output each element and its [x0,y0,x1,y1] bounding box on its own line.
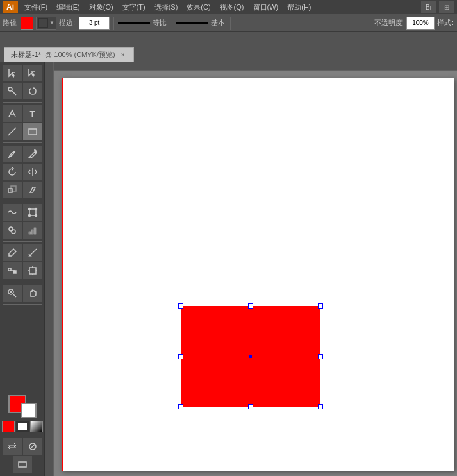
toolbar-divider-3 [230,17,231,30]
rect-tool[interactable] [23,123,42,140]
path-label: 路径 [3,18,17,28]
svg-rect-16 [29,232,31,234]
line-tool[interactable] [3,123,22,140]
menu-select[interactable]: 选择(S) [151,1,182,13]
menu-help[interactable]: 帮助(H) [283,1,315,13]
menu-object[interactable]: 对象(O) [85,1,117,13]
center-point [249,355,252,358]
lasso-tool[interactable] [23,83,42,99]
panel-button[interactable] [13,456,32,473]
blend-slice-row [1,262,43,280]
handle-middle-left[interactable] [178,354,183,359]
reflect-tool[interactable] [23,164,42,180]
svg-point-10 [28,208,30,210]
blend-tool[interactable] [3,262,22,279]
pencil-tool[interactable] [23,146,42,162]
ruler-left [45,62,54,476]
svg-rect-4 [29,129,37,135]
svg-point-12 [28,215,30,217]
selection-row [1,64,43,82]
free-transform-tool[interactable] [23,204,42,221]
canvas-content [54,71,457,476]
red-rectangle[interactable] [181,306,320,407]
tab-close-button[interactable]: × [119,51,127,59]
rotate-reflect-row [1,163,43,181]
gradient-btn[interactable] [30,421,43,432]
eyedropper-blend-row [1,244,43,262]
zoom-tool[interactable] [3,285,22,302]
handle-bottom-middle[interactable] [248,404,253,409]
tab-details: @ 100% (CMYK/预览) [45,50,115,60]
svg-rect-40 [45,62,54,476]
handle-bottom-right[interactable] [318,404,323,409]
scale-tool[interactable] [3,182,22,198]
bridge-button[interactable]: Br [421,1,436,13]
toolbar-divider-2 [172,17,172,30]
paintbrush-tool[interactable] [3,146,22,162]
handle-middle-right[interactable] [318,354,323,359]
none-color-btn[interactable] [23,438,42,455]
ruler-top [54,62,457,71]
svg-rect-6 [8,189,12,192]
stroke-desc-label: 描边: [59,18,75,28]
type-tool[interactable]: T [23,105,42,122]
line-rect-row [1,123,43,140]
color-swatches [2,395,43,435]
ai-logo: Ai [3,1,18,13]
artboard-tool[interactable] [23,262,42,279]
opacity-label: 不透明度 [374,18,403,28]
handle-top-left[interactable] [178,303,183,309]
handle-bottom-left[interactable] [178,404,183,409]
pen-type-row: T [1,105,43,123]
menu-type[interactable]: 文字(T) [119,1,149,13]
measure-tool[interactable] [23,244,42,261]
svg-point-13 [35,215,37,217]
magic-wand-tool[interactable] [3,83,22,99]
document-tab[interactable]: 未标题-1* @ 100% (CMYK/预览) × [4,47,134,62]
background-swatch[interactable] [21,403,37,418]
opacity-input[interactable]: 100% [406,17,435,30]
fill-swatch-toolbar[interactable] [21,17,33,30]
selection-tool[interactable] [3,65,22,81]
direct-selection-tool[interactable] [23,65,42,81]
tool-sep-3 [3,201,42,201]
equi-label: 等比 [153,18,167,28]
magic-lasso-row [1,82,43,100]
tab-bar: 未标题-1* @ 100% (CMYK/预览) × [0,46,457,62]
stroke-color-btn[interactable] [16,421,29,432]
menu-window[interactable]: 窗口(W) [249,1,283,13]
extra-tools-row [1,438,43,455]
menu-file[interactable]: 文件(F) [21,1,51,13]
menu-edit[interactable]: 编辑(E) [53,1,84,13]
column-graph-tool[interactable] [23,222,42,239]
svg-rect-17 [31,230,33,234]
shape-builder-tool[interactable] [3,222,22,239]
toolbar1-right: 不透明度 100% 样式: [374,17,454,30]
zoom-hand-row [1,284,43,302]
fill-color-btn[interactable] [2,421,15,432]
pen-tool[interactable] [3,105,22,122]
stroke-dropdown-arrow: ▼ [49,20,54,26]
handle-top-right[interactable] [318,303,323,309]
svg-rect-24 [29,268,36,274]
tool-sep-5 [3,282,42,282]
handle-top-middle[interactable] [248,303,253,309]
hand-tool[interactable] [23,285,42,302]
stroke-width-input[interactable]: 3 pt [79,17,110,30]
eyedropper-tool[interactable] [3,244,22,261]
svg-line-0 [12,91,16,95]
swap-colors-btn[interactable] [3,438,22,455]
shear-tool[interactable] [23,182,42,198]
rotate-tool[interactable] [3,164,22,180]
layout-button[interactable]: ⊞ [439,1,454,13]
tool-sep-2 [3,142,42,143]
svg-rect-37 [19,462,26,467]
svg-line-36 [30,444,35,449]
warp-tool[interactable] [3,204,22,221]
menu-bar: 文件(F) 编辑(E) 对象(O) 文字(T) 选择(S) 效果(C) 视图(Q… [21,1,421,13]
svg-line-3 [8,128,16,135]
svg-rect-38 [54,62,457,71]
menu-view[interactable]: 视图(Q) [216,1,248,13]
menu-effect[interactable]: 效果(C) [183,1,214,13]
stroke-dropdown[interactable]: ▼ [36,17,56,30]
